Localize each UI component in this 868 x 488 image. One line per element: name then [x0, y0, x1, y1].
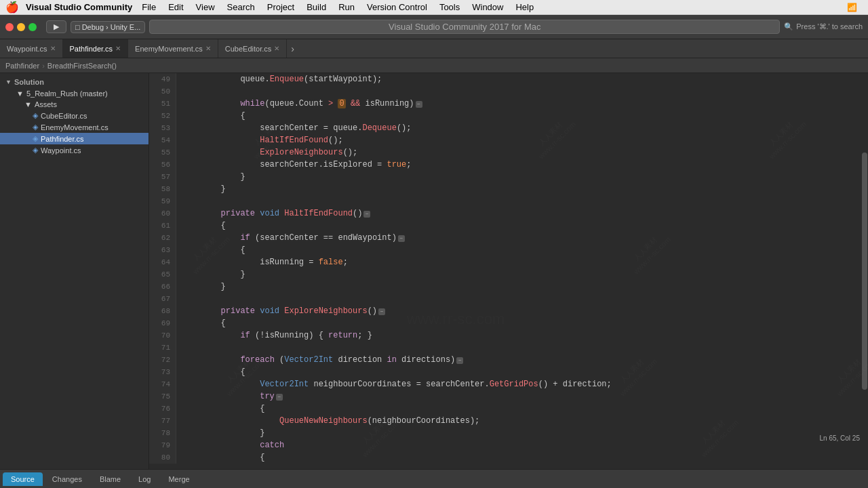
breadcrumb-part-1[interactable]: Pathfinder: [5, 62, 39, 70]
code-line-77: QueueNewNeighbours(neighbourCoordinates)…: [182, 415, 863, 427]
tab-pathfinder-label: Pathfinder.cs: [70, 45, 113, 53]
tab-log[interactable]: Log: [130, 472, 159, 486]
bottom-tab-bar: Source Changes Blame Log Merge: [0, 469, 868, 488]
menu-edit[interactable]: Edit: [163, 1, 189, 13]
code-line-57: }: [182, 171, 863, 183]
sidebar-waypoint[interactable]: ◈ Waypoint.cs: [0, 144, 149, 156]
tab-cubeeditor-close[interactable]: ✕: [274, 45, 279, 52]
tab-more-button[interactable]: ›: [287, 43, 298, 54]
menu-search[interactable]: Search: [222, 1, 260, 13]
menu-window[interactable]: Window: [467, 1, 509, 13]
sidebar-file-3: Waypoint.cs: [41, 146, 81, 155]
code-line-65: }: [182, 268, 863, 281]
sidebar-assets-item[interactable]: ▼ Assets: [0, 99, 149, 110]
tab-pathfinder-close[interactable]: ✕: [115, 45, 121, 52]
code-line-67: [182, 293, 863, 305]
code-line-53: searchCenter = queue.Dequeue();: [182, 122, 863, 134]
breadcrumb-separator: ›: [42, 62, 45, 70]
fold-68[interactable]: −: [378, 308, 385, 315]
tab-waypoint[interactable]: Waypoint.cs ✕: [0, 39, 63, 58]
code-line-61: {: [182, 220, 863, 232]
tab-waypoint-close[interactable]: ✕: [50, 45, 56, 52]
code-line-62: if (searchCenter == endWaypoint)−: [182, 232, 863, 244]
tab-enemymovement-label: EnemyMovement.cs: [135, 45, 203, 53]
sidebar-file-1: EnemyMovement.cs: [41, 123, 108, 131]
code-line-72: foreach (Vector2Int direction in directi…: [182, 354, 863, 366]
menu-help[interactable]: Help: [510, 1, 539, 13]
sidebar-pathfinder[interactable]: ◈ Pathfinder.cs: [0, 133, 149, 144]
line-num-59: 59: [155, 195, 170, 207]
line-num-63: 63: [155, 244, 170, 256]
chevron-down-icon: ▼: [24, 100, 32, 108]
tab-changes[interactable]: Changes: [44, 472, 90, 486]
code-line-78: }: [182, 427, 863, 439]
line-num-51: 51: [155, 98, 170, 110]
fold-60[interactable]: −: [363, 211, 370, 218]
line-num-66: 66: [155, 281, 170, 293]
toolbar-search[interactable]: 🔍 Press '⌘.' to search: [784, 22, 863, 31]
menu-version-control[interactable]: Version Control: [361, 1, 433, 13]
sidebar-file-0: CubeEditor.cs: [41, 112, 87, 120]
maximize-button[interactable]: [28, 23, 37, 31]
menu-run[interactable]: Run: [333, 1, 360, 13]
sidebar: ▼ Solution ▼ 5_Realm_Rush (master) ▼ Ass…: [0, 73, 149, 469]
line-num-76: 76: [155, 403, 170, 415]
sidebar-cubeeditor[interactable]: ◈ CubeEditor.cs: [0, 110, 149, 121]
line-num-60: 60: [155, 207, 170, 220]
line-num-75: 75: [155, 390, 170, 403]
sidebar-solution-label: Solution: [14, 78, 44, 86]
breadcrumb-part-2[interactable]: BreadthFirstSearch(): [47, 62, 117, 70]
tab-blame[interactable]: Blame: [92, 472, 129, 486]
fold-72[interactable]: −: [456, 357, 463, 364]
line-num-64: 64: [155, 256, 170, 268]
code-line-76: {: [182, 403, 863, 415]
line-num-62: 62: [155, 232, 170, 244]
code-editor[interactable]: 49 50 51 52 53 54 55 56 57 58 59 60 61 6…: [149, 73, 868, 469]
line-num-55: 55: [155, 146, 170, 159]
close-button[interactable]: [5, 23, 14, 31]
line-num-57: 57: [155, 171, 170, 183]
code-line-56: searchCenter.isExplored = true;: [182, 159, 863, 171]
menu-build[interactable]: Build: [301, 1, 332, 13]
file-icon: ◈: [33, 146, 38, 155]
sidebar-project-item[interactable]: ▼ 5_Realm_Rush (master): [0, 88, 149, 99]
scheme-selector[interactable]: □ Debug › Unity E...: [71, 21, 145, 33]
play-button[interactable]: ▶: [46, 20, 66, 33]
fold-75[interactable]: −: [276, 394, 283, 401]
menu-view[interactable]: View: [191, 1, 220, 13]
menu-tools[interactable]: Tools: [434, 1, 465, 13]
sidebar-enemymovement[interactable]: ◈ EnemyMovement.cs: [0, 121, 149, 133]
tab-cubeeditor[interactable]: CubeEditor.cs ✕: [218, 39, 287, 58]
tab-waypoint-label: Waypoint.cs: [7, 45, 47, 53]
menu-right-area: 📶: [847, 3, 863, 12]
sidebar-solution-header[interactable]: ▼ Solution: [0, 76, 149, 88]
code-line-74: Vector2Int neighbourCoordinates = search…: [182, 378, 863, 390]
code-line-70: if (!isRunning) { return; }: [182, 329, 863, 342]
line-num-70: 70: [155, 329, 170, 342]
tab-enemymovement[interactable]: EnemyMovement.cs ✕: [128, 39, 218, 58]
tab-pathfinder[interactable]: Pathfinder.cs ✕: [63, 39, 129, 58]
scrollbar-track[interactable]: [861, 73, 868, 469]
tab-merge[interactable]: Merge: [160, 472, 197, 486]
tab-source[interactable]: Source: [3, 472, 43, 486]
fold-62[interactable]: −: [398, 235, 405, 242]
code-line-71: [182, 342, 863, 354]
code-line-69: {: [182, 317, 863, 329]
fold-51[interactable]: −: [416, 101, 422, 108]
code-line-79: catch: [182, 439, 863, 451]
menu-file[interactable]: File: [136, 1, 161, 13]
line-num-68: 68: [155, 305, 170, 317]
target-label: Unity E...: [111, 23, 141, 31]
code-line-55: ExploreNeighbours();: [182, 146, 863, 159]
line-num-80: 80: [155, 451, 170, 464]
tab-enemymovement-close[interactable]: ✕: [205, 45, 211, 52]
menu-project[interactable]: Project: [262, 1, 300, 13]
line-num-56: 56: [155, 159, 170, 171]
code-line-52: {: [182, 110, 863, 122]
sidebar-assets-label: Assets: [35, 100, 57, 108]
file-icon: ◈: [33, 111, 38, 120]
code-line-68: private void ExploreNeighbours()−: [182, 305, 863, 317]
scrollbar-thumb[interactable]: [862, 152, 867, 390]
chevron-right-icon: ›: [106, 23, 108, 31]
minimize-button[interactable]: [17, 23, 25, 31]
